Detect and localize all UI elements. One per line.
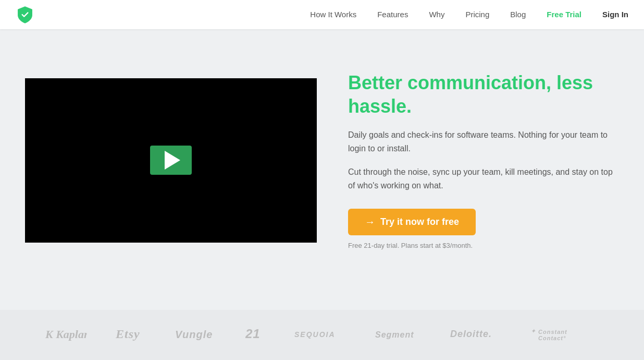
hero-description-1: Daily goals and check-ins for software t…	[348, 128, 619, 155]
nav-features[interactable]: Features	[377, 10, 408, 19]
logo-constant-contact: ✦ Constant Contact°	[531, 326, 599, 344]
nav-why[interactable]: Why	[429, 10, 444, 19]
cta-button-label: Try it now for free	[380, 217, 459, 227]
svg-text:Contact°: Contact°	[538, 335, 566, 341]
svg-text:Etsy: Etsy	[116, 327, 140, 341]
logo-sequoia: SEQUOIA	[294, 326, 346, 344]
play-icon	[165, 151, 180, 170]
cta-button[interactable]: → Try it now for free	[348, 209, 476, 235]
logo-21: 21	[245, 326, 266, 344]
nav-pricing[interactable]: Pricing	[465, 10, 489, 19]
logo-etsy: Etsy	[116, 326, 147, 344]
logos-strip: K Kaplan Etsy Vungle 21 SEQUOIA Segment	[0, 310, 644, 360]
svg-text:Deloitte.: Deloitte.	[450, 329, 492, 339]
svg-text:✦: ✦	[531, 328, 536, 334]
svg-text:SEQUOIA: SEQUOIA	[294, 330, 336, 339]
svg-text:K Kaplan: K Kaplan	[45, 328, 87, 341]
nav-blog[interactable]: Blog	[510, 10, 526, 19]
play-button[interactable]	[150, 146, 192, 175]
hero-section: Better communication, less hassle. Daily…	[9, 29, 635, 281]
svg-text:Constant: Constant	[538, 329, 567, 335]
main-nav: How It Works Features Why Pricing Blog F…	[0, 0, 644, 29]
trial-note: Free 21-day trial. Plans start at $3/mon…	[348, 242, 619, 249]
svg-text:21: 21	[245, 327, 261, 341]
logo-deloitte: Deloitte.	[450, 326, 502, 344]
svg-text:Vungle: Vungle	[175, 329, 213, 340]
hero-title: Better communication, less hassle.	[348, 71, 619, 118]
logo-segment: Segment	[375, 326, 422, 344]
logo-vungle: Vungle	[175, 326, 217, 344]
cta-arrow-icon: →	[365, 216, 375, 228]
logo[interactable]	[16, 5, 34, 24]
hero-description-2: Cut through the noise, sync up your team…	[348, 165, 619, 192]
nav-how-it-works[interactable]: How It Works	[310, 10, 356, 19]
nav-sign-in[interactable]: Sign In	[602, 10, 628, 19]
logo-kaplan: K Kaplan	[45, 326, 87, 344]
svg-text:Segment: Segment	[375, 330, 414, 339]
video-container	[25, 78, 317, 243]
hero-content: Better communication, less hassle. Daily…	[348, 71, 619, 249]
nav-free-trial[interactable]: Free Trial	[547, 10, 581, 19]
